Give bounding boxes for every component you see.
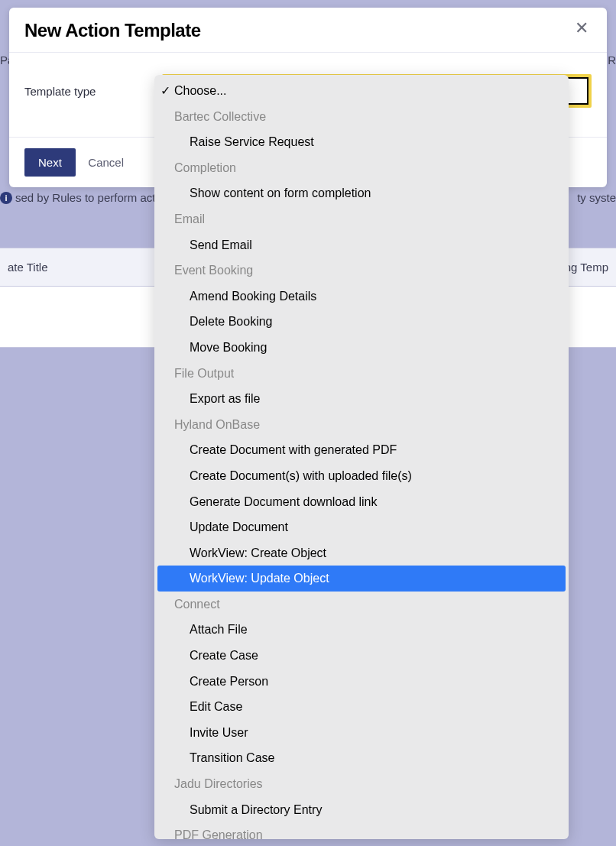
dropdown-option[interactable]: WorkView: Create Object xyxy=(157,540,566,566)
bg-right-text: R xyxy=(608,53,616,66)
next-button[interactable]: Next xyxy=(24,148,76,177)
dropdown-option[interactable]: Raise Service Request xyxy=(157,129,566,155)
dropdown-option[interactable]: Move Booking xyxy=(157,335,566,361)
modal-title: New Action Template xyxy=(24,20,201,41)
dropdown-option[interactable]: Create Document(s) with uploaded file(s) xyxy=(157,463,566,489)
dropdown-placeholder[interactable]: Choose... xyxy=(154,78,569,104)
dropdown-option[interactable]: Attach File xyxy=(157,617,566,643)
dropdown-option[interactable]: Create Document with generated PDF xyxy=(157,437,566,463)
bg-col-right: ng Temp xyxy=(565,261,608,274)
dropdown-option[interactable]: Show content on form completion xyxy=(157,180,566,206)
dropdown-group-label: Email xyxy=(154,206,569,232)
dropdown-option[interactable]: Submit a Directory Entry xyxy=(157,797,566,823)
dropdown-option[interactable]: Generate Document download link xyxy=(157,489,566,515)
dropdown-group-label: PDF Generation xyxy=(154,822,569,839)
dropdown-option[interactable]: Create Case xyxy=(157,643,566,669)
template-type-label: Template type xyxy=(24,85,162,98)
dropdown-option[interactable]: Send Email xyxy=(157,232,566,258)
bg-col-left: ate Title xyxy=(8,261,48,274)
modal-header: New Action Template ✕ xyxy=(9,8,607,53)
dropdown-option[interactable]: Create Person xyxy=(157,669,566,695)
dropdown-group-label: Jadu Directories xyxy=(154,771,569,797)
template-type-dropdown[interactable]: Choose...Bartec CollectiveRaise Service … xyxy=(154,75,569,839)
dropdown-option[interactable]: Invite User xyxy=(157,720,566,746)
dropdown-option[interactable]: Edit Case xyxy=(157,694,566,720)
dropdown-group-label: File Output xyxy=(154,361,569,387)
dropdown-group-label: Event Booking xyxy=(154,258,569,284)
cancel-button[interactable]: Cancel xyxy=(85,148,127,177)
close-button[interactable]: ✕ xyxy=(572,20,592,37)
dropdown-group-label: Bartec Collective xyxy=(154,104,569,130)
dropdown-option[interactable]: Export as file xyxy=(157,386,566,412)
bg-right-info-text: ty syste xyxy=(577,191,616,204)
dropdown-option[interactable]: WorkView: Update Object xyxy=(157,566,566,592)
dropdown-group-label: Connect xyxy=(154,592,569,617)
dropdown-group-label: Hyland OnBase xyxy=(154,412,569,438)
dropdown-group-label: Completion xyxy=(154,155,569,181)
dropdown-option[interactable]: Delete Booking xyxy=(157,309,566,335)
dropdown-option[interactable]: Update Document xyxy=(157,514,566,540)
dropdown-option[interactable]: Amend Booking Details xyxy=(157,284,566,310)
info-icon: i xyxy=(0,192,12,204)
close-icon: ✕ xyxy=(575,18,588,37)
dropdown-option[interactable]: Transition Case xyxy=(157,745,566,771)
bg-info-text: sed by Rules to perform actio xyxy=(15,191,164,204)
